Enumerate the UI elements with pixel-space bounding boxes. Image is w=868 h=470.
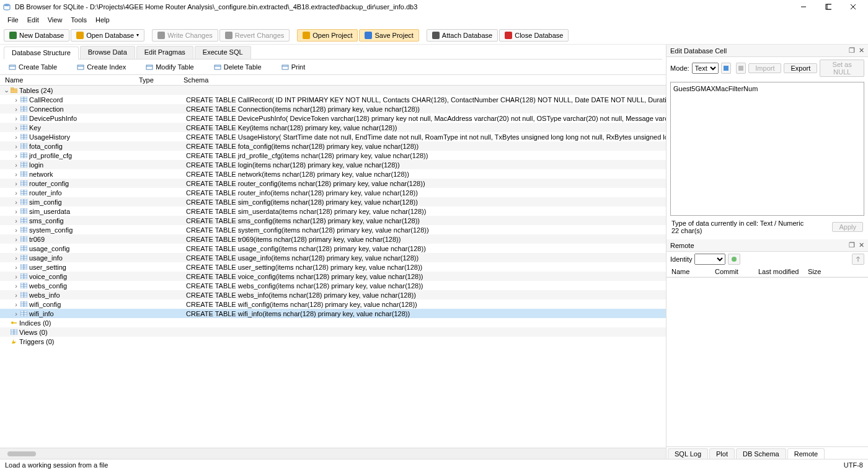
modify-table-button[interactable]: Modify Table bbox=[142, 62, 198, 72]
expand-icon[interactable]: › bbox=[12, 143, 20, 150]
expand-icon[interactable]: › bbox=[12, 301, 20, 308]
tree-table-webs_config[interactable]: ›webs_configCREATE TABLE webs_config(ite… bbox=[0, 281, 666, 290]
expand-icon[interactable]: › bbox=[12, 245, 20, 252]
expand-icon[interactable]: › bbox=[12, 105, 20, 113]
remote-list[interactable] bbox=[666, 277, 868, 446]
open-db-button[interactable]: Open Database ▾ bbox=[71, 29, 144, 42]
tree-table-Connection[interactable]: ›ConnectionCREATE TABLE Connection(items… bbox=[0, 104, 666, 113]
dock-float-icon[interactable]: ❐ bbox=[849, 47, 855, 55]
apply-button[interactable]: Apply bbox=[832, 222, 863, 232]
bottom-tab-remote[interactable]: Remote bbox=[787, 448, 825, 459]
menu-view[interactable]: View bbox=[44, 15, 66, 25]
delete-table-button[interactable]: Delete Table bbox=[210, 62, 265, 72]
col-type-header[interactable]: Type bbox=[139, 76, 184, 84]
cell-editor[interactable]: Guest5GMAXMacFilterNum bbox=[670, 82, 864, 216]
expand-icon[interactable]: › bbox=[12, 264, 20, 271]
expand-icon[interactable]: › bbox=[12, 152, 20, 159]
expand-icon[interactable]: › bbox=[12, 226, 20, 234]
col-name-header[interactable]: Name bbox=[2, 76, 139, 84]
set-null-button[interactable]: Set as NULL bbox=[820, 60, 864, 77]
expand-icon[interactable]: › bbox=[12, 236, 20, 243]
mode-select[interactable]: Text bbox=[692, 63, 719, 74]
expand-icon[interactable]: › bbox=[12, 161, 20, 169]
tree-table-tr069[interactable]: ›tr069CREATE TABLE tr069(items nchar(128… bbox=[0, 234, 666, 244]
remote-col-commit[interactable]: Commit bbox=[715, 268, 758, 275]
tree-table-sim_config[interactable]: ›sim_configCREATE TABLE sim_config(items… bbox=[0, 197, 666, 206]
mode-format-icon[interactable] bbox=[721, 63, 731, 74]
tree-table-DevicePushInfo[interactable]: ›DevicePushInfoCREATE TABLE DevicePushIn… bbox=[0, 113, 666, 123]
expand-icon[interactable]: › bbox=[12, 208, 20, 215]
expand-icon[interactable]: › bbox=[12, 124, 20, 131]
minimize-button[interactable] bbox=[791, 0, 816, 14]
tree-table-wifi_info[interactable]: ›wifi_infoCREATE TABLE wifi_info(items n… bbox=[0, 309, 666, 318]
expand-icon[interactable]: › bbox=[12, 96, 20, 104]
tree-table-router_config[interactable]: ›router_configCREATE TABLE router_config… bbox=[0, 179, 666, 188]
horizontal-scrollbar[interactable] bbox=[0, 448, 666, 459]
tree-table-sim_userdata[interactable]: ›sim_userdataCREATE TABLE sim_userdata(i… bbox=[0, 206, 666, 216]
expand-icon[interactable]: › bbox=[12, 180, 20, 187]
tree-table-system_config[interactable]: ›system_configCREATE TABLE system_config… bbox=[0, 225, 666, 234]
tree-indices-root[interactable]: Indices (0) bbox=[0, 318, 666, 327]
dock-close-icon[interactable]: ✕ bbox=[859, 47, 864, 55]
import-button[interactable]: Import bbox=[748, 63, 781, 73]
bottom-tab-db-schema[interactable]: DB Schema bbox=[736, 448, 786, 459]
remote-push-icon[interactable] bbox=[852, 254, 864, 265]
remote-col-size[interactable]: Size bbox=[808, 268, 863, 275]
tab-execute-sql[interactable]: Execute SQL bbox=[195, 46, 251, 59]
expand-icon[interactable]: › bbox=[12, 115, 20, 122]
save-project-button[interactable]: Save Project bbox=[359, 29, 418, 42]
tree-triggers-root[interactable]: Triggers (0) bbox=[0, 337, 666, 346]
close-button[interactable] bbox=[841, 0, 866, 14]
tree-table-wifi_config[interactable]: ›wifi_configCREATE TABLE wifi_config(ite… bbox=[0, 299, 666, 309]
create-table-button[interactable]: Create Table bbox=[5, 62, 61, 72]
remote-col-name[interactable]: Name bbox=[671, 268, 715, 275]
remote-col-last[interactable]: Last modified bbox=[758, 268, 808, 275]
tree-table-voice_config[interactable]: ›voice_configCREATE TABLE voice_config(i… bbox=[0, 272, 666, 281]
menu-edit[interactable]: Edit bbox=[24, 15, 43, 25]
tree-table-sms_config[interactable]: ›sms_configCREATE TABLE sms_config(items… bbox=[0, 216, 666, 225]
create-index-button[interactable]: Create Index bbox=[73, 62, 130, 72]
new-db-button[interactable]: New Database bbox=[4, 29, 69, 42]
attach-db-button[interactable]: Attach Database bbox=[427, 29, 498, 42]
tab-edit-pragmas[interactable]: Edit Pragmas bbox=[136, 46, 193, 59]
expand-icon[interactable]: › bbox=[12, 310, 20, 317]
maximize-button[interactable] bbox=[816, 0, 841, 14]
tab-browse-data[interactable]: Browse Data bbox=[80, 46, 135, 59]
tree-views-root[interactable]: Views (0) bbox=[0, 327, 666, 337]
menu-help[interactable]: Help bbox=[92, 15, 113, 25]
tree-table-login[interactable]: ›loginCREATE TABLE login(items nchar(128… bbox=[0, 160, 666, 169]
open-project-button[interactable]: Open Project bbox=[297, 29, 358, 42]
tree-table-UsageHistory[interactable]: ›UsageHistoryCREATE TABLE UsageHistory( … bbox=[0, 132, 666, 141]
tree-table-fota_config[interactable]: ›fota_configCREATE TABLE fota_config(ite… bbox=[0, 141, 666, 151]
identity-add-icon[interactable] bbox=[728, 254, 740, 265]
tree-table-CallRecord[interactable]: ›CallRecordCREATE TABLE CallRecord( ID I… bbox=[0, 95, 666, 104]
expand-icon[interactable]: › bbox=[12, 171, 20, 178]
identity-select[interactable] bbox=[694, 254, 725, 265]
menu-tools[interactable]: Tools bbox=[67, 15, 91, 25]
tree-table-webs_info[interactable]: ›webs_infoCREATE TABLE webs_info(items n… bbox=[0, 290, 666, 299]
tree-table-jrd_profile_cfg[interactable]: ›jrd_profile_cfgCREATE TABLE jrd_profile… bbox=[0, 151, 666, 160]
expand-icon[interactable]: › bbox=[12, 198, 20, 206]
tree-table-user_setting[interactable]: ›user_settingCREATE TABLE user_setting(i… bbox=[0, 262, 666, 272]
expand-icon[interactable]: ⌄ bbox=[2, 86, 10, 94]
tree-table-usage_info[interactable]: ›usage_infoCREATE TABLE usage_info(items… bbox=[0, 253, 666, 262]
close-db-button[interactable]: Close Database bbox=[499, 29, 569, 42]
tree-table-network[interactable]: ›networkCREATE TABLE network(items nchar… bbox=[0, 169, 666, 179]
schema-tree[interactable]: ⌄Tables (24)›CallRecordCREATE TABLE Call… bbox=[0, 86, 666, 448]
print-button[interactable]: Print bbox=[278, 62, 309, 72]
tree-table-router_info[interactable]: ›router_infoCREATE TABLE router_info(ite… bbox=[0, 188, 666, 197]
expand-icon[interactable]: › bbox=[12, 217, 20, 224]
expand-icon[interactable]: › bbox=[12, 189, 20, 197]
mode-extra-icon[interactable] bbox=[736, 63, 746, 74]
bottom-tab-plot[interactable]: Plot bbox=[709, 448, 735, 459]
expand-icon[interactable]: › bbox=[12, 273, 20, 280]
remote-close-icon[interactable]: ✕ bbox=[859, 241, 864, 249]
expand-icon[interactable]: › bbox=[12, 133, 20, 141]
expand-icon[interactable]: › bbox=[12, 282, 20, 290]
tree-table-usage_config[interactable]: ›usage_configCREATE TABLE usage_config(i… bbox=[0, 244, 666, 253]
tree-tables-root[interactable]: ⌄Tables (24) bbox=[0, 86, 666, 95]
tree-table-Key[interactable]: ›KeyCREATE TABLE Key(items nchar(128) pr… bbox=[0, 123, 666, 132]
write-changes-button[interactable]: Write Changes bbox=[152, 29, 218, 42]
col-schema-header[interactable]: Schema bbox=[184, 76, 666, 84]
expand-icon[interactable]: › bbox=[12, 254, 20, 262]
